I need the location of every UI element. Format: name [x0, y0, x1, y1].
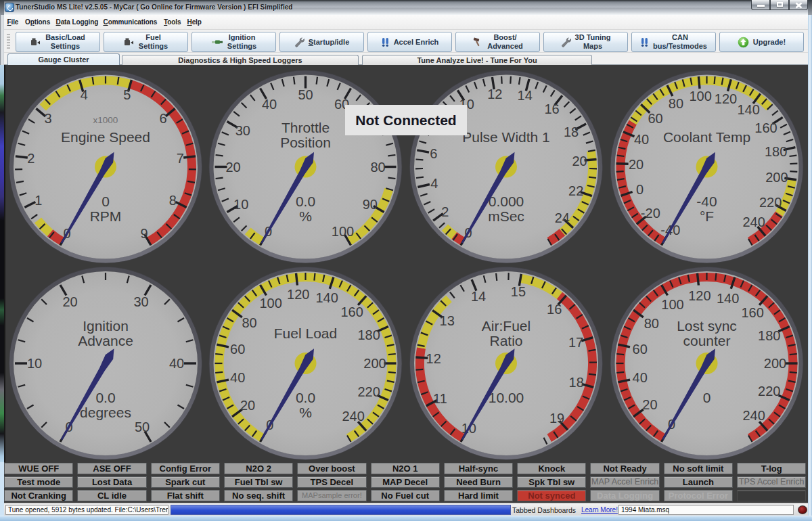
svg-text:4: 4 — [430, 176, 438, 191]
svg-text:17: 17 — [568, 335, 583, 350]
svg-text:100: 100 — [260, 296, 282, 311]
svg-text:160: 160 — [741, 305, 763, 320]
svg-text:10.00: 10.00 — [489, 390, 524, 405]
svg-text:20: 20 — [240, 398, 255, 413]
svg-text:60: 60 — [648, 111, 662, 126]
svg-text:10: 10 — [233, 197, 248, 212]
svg-text:11: 11 — [433, 391, 447, 406]
svg-text:100: 100 — [661, 297, 683, 312]
svg-text:20: 20 — [642, 397, 657, 412]
svg-text:5: 5 — [123, 87, 131, 102]
svg-text:Engine Speed: Engine Speed — [61, 129, 150, 145]
svg-text:20: 20 — [62, 294, 77, 309]
svg-text:12: 12 — [426, 351, 441, 366]
svg-text:120: 120 — [287, 287, 309, 302]
svg-text:14: 14 — [471, 289, 486, 304]
svg-text:200: 200 — [363, 356, 386, 371]
svg-text:30: 30 — [133, 294, 148, 309]
svg-text:4: 4 — [81, 87, 88, 102]
svg-text:10: 10 — [27, 356, 42, 371]
svg-text:Pulse Width 1: Pulse Width 1 — [462, 129, 550, 145]
svg-text:0.0: 0.0 — [95, 390, 115, 405]
svg-text:80: 80 — [370, 160, 385, 175]
svg-text:0.0: 0.0 — [296, 194, 315, 209]
svg-text:160: 160 — [754, 120, 777, 135]
svg-text:15: 15 — [511, 284, 526, 299]
svg-text:Ratio: Ratio — [489, 333, 522, 348]
svg-text:24: 24 — [555, 210, 570, 225]
svg-text:0: 0 — [102, 194, 110, 209]
svg-text:0: 0 — [703, 390, 711, 405]
svg-text:240: 240 — [742, 408, 765, 423]
svg-text:%: % — [299, 208, 312, 224]
svg-text:°F: °F — [700, 208, 714, 224]
svg-text:Throttle: Throttle — [281, 120, 330, 135]
svg-text:120: 120 — [688, 288, 710, 303]
svg-text:2: 2 — [441, 204, 449, 219]
svg-text:40: 40 — [634, 132, 649, 147]
svg-text:Position: Position — [280, 135, 331, 150]
svg-text:0.000: 0.000 — [489, 194, 524, 209]
svg-text:16: 16 — [544, 101, 559, 116]
svg-text:140: 140 — [717, 291, 739, 306]
svg-text:160: 160 — [340, 304, 363, 319]
svg-text:8: 8 — [169, 193, 177, 208]
svg-text:RPM: RPM — [90, 208, 122, 224]
svg-text:Coolant Temp: Coolant Temp — [663, 129, 750, 145]
svg-text:30: 30 — [235, 123, 250, 138]
svg-text:80: 80 — [242, 315, 256, 330]
svg-text:140: 140 — [738, 102, 760, 117]
svg-text:12: 12 — [487, 87, 502, 101]
svg-text:20: 20 — [225, 160, 240, 175]
svg-text:-40: -40 — [696, 194, 717, 209]
svg-text:Lost sync: Lost sync — [677, 318, 737, 334]
svg-text:x1000: x1000 — [93, 115, 118, 125]
svg-text:60: 60 — [230, 342, 245, 357]
svg-text:degrees: degrees — [80, 405, 131, 420]
svg-text:40: 40 — [169, 356, 184, 371]
svg-text:Ignition: Ignition — [83, 318, 129, 334]
svg-text:180: 180 — [765, 144, 787, 159]
svg-text:1: 1 — [35, 193, 42, 208]
svg-text:60: 60 — [633, 342, 648, 357]
svg-text:mSec: mSec — [488, 208, 524, 224]
svg-text:counter: counter — [683, 333, 730, 348]
svg-text:80: 80 — [669, 96, 683, 111]
svg-text:Advance: Advance — [78, 333, 133, 348]
svg-text:220: 220 — [759, 195, 782, 210]
svg-text:90: 90 — [363, 197, 378, 212]
svg-text:18: 18 — [564, 124, 579, 139]
svg-text:%: % — [299, 405, 312, 420]
svg-text:0.0: 0.0 — [296, 390, 315, 405]
svg-text:3: 3 — [44, 111, 51, 126]
svg-text:180: 180 — [758, 328, 780, 343]
svg-text:80: 80 — [644, 316, 659, 331]
svg-text:18: 18 — [569, 375, 584, 390]
svg-text:200: 200 — [764, 356, 786, 371]
svg-text:40: 40 — [633, 370, 648, 385]
svg-text:140: 140 — [316, 290, 338, 305]
svg-text:100: 100 — [689, 89, 711, 104]
svg-text:20: 20 — [629, 157, 644, 172]
svg-text:-20: -20 — [641, 206, 660, 221]
svg-text:Fuel Load: Fuel Load — [274, 325, 337, 341]
svg-text:Air:Fuel: Air:Fuel — [482, 318, 531, 334]
svg-text:50: 50 — [298, 87, 313, 102]
svg-text:40: 40 — [230, 370, 245, 385]
svg-text:14: 14 — [518, 88, 533, 103]
svg-text:120: 120 — [715, 91, 737, 106]
svg-text:100: 100 — [332, 224, 354, 239]
svg-text:0: 0 — [636, 182, 644, 197]
svg-text:6: 6 — [159, 111, 166, 126]
svg-text:180: 180 — [357, 327, 380, 342]
svg-text:22: 22 — [568, 183, 583, 198]
svg-text:9: 9 — [140, 226, 148, 241]
svg-text:220: 220 — [357, 384, 380, 399]
svg-text:6: 6 — [430, 146, 437, 161]
svg-text:2: 2 — [27, 151, 35, 166]
svg-text:13: 13 — [440, 313, 455, 328]
svg-text:240: 240 — [342, 409, 364, 424]
svg-text:7: 7 — [177, 151, 184, 166]
svg-text:50: 50 — [135, 420, 150, 434]
svg-text:200: 200 — [765, 170, 788, 185]
